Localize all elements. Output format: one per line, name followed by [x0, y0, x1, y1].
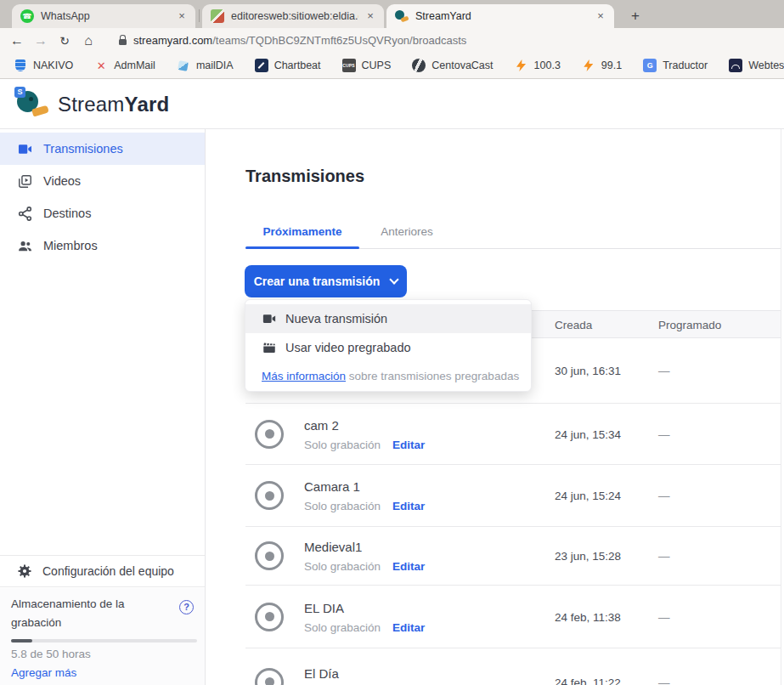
- tab-title: WhatsApp: [41, 10, 170, 22]
- edit-link[interactable]: Editar: [392, 438, 425, 450]
- active-tab-underline: [245, 246, 359, 249]
- nakivo-shield-icon: [14, 59, 27, 72]
- blue-cube-icon: [177, 59, 190, 72]
- videos-icon: [17, 173, 33, 190]
- globe-icon: [412, 59, 426, 72]
- broadcast-subtitle: Solo grabación: [304, 560, 381, 573]
- browser-tab-editoresweb[interactable]: editoresweb:sitioweb:eldia.co: [202, 4, 384, 28]
- page-icon: [211, 9, 224, 23]
- browser-toolbar: streamyard.com/teams/TQDhBC9ZNTmft6z5UsQ…: [0, 28, 784, 53]
- home-icon[interactable]: [76, 33, 100, 48]
- url-path: /teams/TQDhBC9ZNTmft6z5UsQVRyon/broadcas…: [212, 34, 466, 47]
- tab-proximamente[interactable]: Próximamente: [245, 225, 359, 238]
- add-more-link[interactable]: Agregar más: [11, 666, 76, 679]
- video-camera-icon: [17, 141, 33, 157]
- sidebar-item-destinos[interactable]: Destinos: [0, 197, 205, 229]
- translate-icon: [643, 59, 657, 72]
- bookmark-100-3[interactable]: 100.3: [515, 59, 561, 72]
- tab-title: StreamYard: [415, 10, 589, 22]
- menu-item-usar-video-pregrabado[interactable]: Usar video pregrabado: [245, 333, 531, 362]
- broadcast-title: El Día: [304, 665, 425, 680]
- edit-link[interactable]: Editar: [392, 620, 425, 633]
- gear-icon: [17, 563, 32, 579]
- close-icon[interactable]: [175, 9, 189, 23]
- browser-tab-streamyard[interactable]: StreamYard: [386, 4, 614, 28]
- tab-anteriores[interactable]: Anteriores: [373, 225, 441, 238]
- gauge-icon: [729, 59, 742, 72]
- bookmark-maildia[interactable]: mailDIA: [177, 59, 234, 72]
- mas-informacion-link[interactable]: Más información: [262, 370, 346, 382]
- record-icon: [255, 420, 284, 449]
- menu-item-nueva-transmision[interactable]: Nueva transmisión: [245, 304, 531, 333]
- table-row[interactable]: EL DIA Solo grabaciónEditar 24 feb, 11:3…: [245, 586, 781, 648]
- help-icon[interactable]: [179, 600, 194, 614]
- sidebar-item-miembros[interactable]: Miembros: [0, 229, 205, 262]
- record-icon: [255, 603, 284, 631]
- chevron-down-icon: [390, 275, 399, 284]
- create-broadcast-menu: Nueva transmisión Usar video pregrabado …: [245, 299, 532, 392]
- bookmark-cups[interactable]: CUPS: [342, 59, 392, 72]
- bookmark-nakivo[interactable]: NAKIVO: [14, 59, 73, 72]
- broadcast-title: cam 2: [304, 417, 425, 432]
- table-row[interactable]: Camara 1 Solo grabaciónEditar 24 jun, 15…: [245, 465, 781, 527]
- storage-title: Almacenamiento de la grabación: [11, 595, 155, 632]
- broadcast-subtitle: Solo grabación: [304, 620, 381, 633]
- bookmark-admmail[interactable]: AdmMail: [94, 59, 155, 72]
- cups-icon: [342, 59, 356, 72]
- table-row[interactable]: cam 2 Solo grabaciónEditar 24 jun, 15:34…: [245, 404, 781, 465]
- bookmark-centovacast[interactable]: CentovaCast: [412, 59, 493, 72]
- bolt-icon: [515, 59, 528, 72]
- brand-wordmark: StreamYard: [58, 93, 169, 116]
- camera-icon: [262, 311, 277, 326]
- page-title: Transmisiones: [245, 167, 364, 186]
- broadcast-title: Medieval1: [304, 540, 425, 554]
- sidebar-item-videos[interactable]: Videos: [0, 165, 205, 197]
- share-icon: [17, 206, 33, 222]
- storage-progress-bar: [11, 639, 197, 643]
- bookmarks-bar: NAKIVO AdmMail mailDIA Chartbeat CUPS Ce…: [0, 53, 784, 79]
- browser-tab-whatsapp[interactable]: WhatsApp: [12, 4, 195, 28]
- address-bar[interactable]: streamyard.com/teams/TQDhBC9ZNTmft6z5UsQ…: [133, 34, 466, 47]
- bookmark-webtest[interactable]: Webtest: [729, 59, 784, 72]
- storage-usage: 5.8 de 50 horas: [11, 648, 91, 660]
- bolt-icon: [582, 59, 595, 72]
- edit-link[interactable]: Editar: [392, 560, 425, 573]
- broadcast-title: EL DIA: [304, 600, 425, 614]
- menu-footer: Más información sobre transmisiones preg…: [262, 370, 519, 382]
- broadcast-subtitle: Solo grabación: [304, 500, 381, 512]
- table-row[interactable]: Medieval1 Solo grabaciónEditar 23 jun, 1…: [245, 527, 781, 586]
- broadcast-title: Camara 1: [304, 479, 425, 494]
- main-content: Transmisiones Próximamente Anteriores Cr…: [206, 129, 784, 685]
- sidebar-item-team-settings[interactable]: Configuración del equipo: [0, 555, 205, 587]
- storage-progress-fill: [11, 639, 32, 643]
- clapperboard-icon: [262, 340, 277, 355]
- browser-window: WhatsApp editoresweb:sitioweb:eldia.co S…: [0, 0, 784, 685]
- record-icon: [255, 668, 284, 685]
- record-icon: [255, 481, 284, 510]
- column-header-programado: Programado: [658, 319, 721, 331]
- streamyard-favicon: [395, 9, 409, 23]
- tab-title: editoresweb:sitioweb:eldia.co: [231, 10, 358, 22]
- reload-icon[interactable]: [53, 33, 76, 48]
- streamyard-logo[interactable]: S StreamYard: [15, 88, 169, 121]
- sidebar: Transmisiones Videos Destinos Miembros C…: [0, 129, 206, 685]
- broadcast-subtitle: Solo grabación: [304, 438, 381, 450]
- close-icon[interactable]: [364, 9, 377, 23]
- close-icon[interactable]: [594, 9, 607, 23]
- forward-icon[interactable]: [29, 33, 53, 48]
- table-row[interactable]: El Día Solo grabaciónEditar 24 feb, 11:2…: [245, 648, 781, 685]
- edit-link[interactable]: Editar: [392, 500, 425, 512]
- back-icon[interactable]: [5, 33, 29, 48]
- bookmark-99-1[interactable]: 99.1: [582, 59, 622, 72]
- chart-icon: [255, 59, 268, 72]
- storage-panel: Almacenamiento de la grabación 5.8 de 50…: [0, 588, 205, 685]
- scroll-edge: [781, 129, 784, 685]
- sidebar-item-transmisiones[interactable]: Transmisiones: [0, 133, 205, 165]
- bookmark-chartbeat[interactable]: Chartbeat: [255, 59, 321, 72]
- whatsapp-icon: [20, 9, 34, 23]
- record-icon: [255, 541, 284, 570]
- bookmark-traductor[interactable]: Traductor: [643, 59, 708, 72]
- create-broadcast-button[interactable]: Crear una transmisión: [245, 265, 407, 297]
- new-tab-button[interactable]: [626, 7, 645, 25]
- url-domain: streamyard.com: [133, 34, 212, 47]
